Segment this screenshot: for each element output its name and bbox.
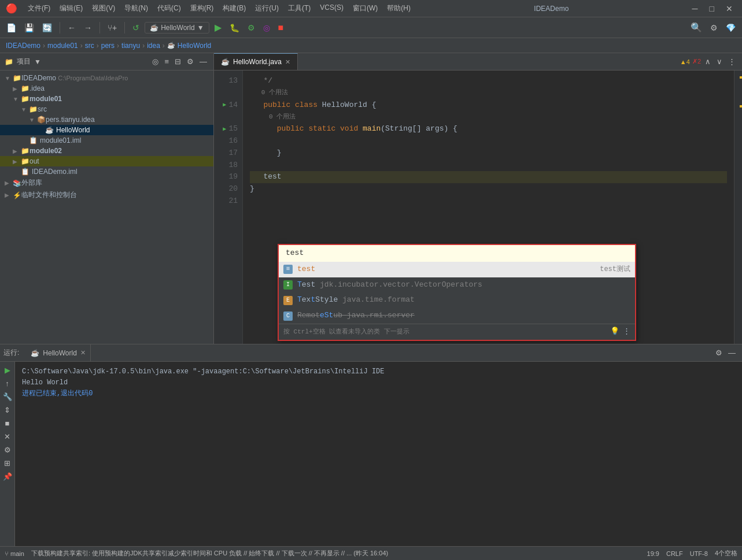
collapse-all-button[interactable]: ⊟ xyxy=(173,57,183,66)
libs-icon: 📚 xyxy=(13,179,21,187)
status-branch[interactable]: ⑂ main xyxy=(5,550,24,557)
tab-helloworld[interactable]: ☕ HelloWorld.java ✕ xyxy=(214,53,298,70)
tab-close-button[interactable]: ✕ xyxy=(285,58,290,66)
profile-button[interactable]: ◎ xyxy=(260,21,273,34)
tree-out[interactable]: ▶ 📁 out xyxy=(0,156,213,166)
menu-code[interactable]: 代码(C) xyxy=(154,2,184,14)
menu-file[interactable]: 文件(F) xyxy=(24,2,54,14)
more-button[interactable]: ⋮ xyxy=(726,57,737,66)
minimize-button[interactable]: ─ xyxy=(689,3,702,14)
status-indent[interactable]: 4个空格 xyxy=(715,549,737,558)
menu-refactor[interactable]: 重构(R) xyxy=(187,2,217,14)
breadcrumb-src[interactable]: src xyxy=(85,42,94,50)
file-tree: ▼ 📁 IDEADemo C:\ProgramData\IdeaPro ▶ 📁 … xyxy=(0,71,213,344)
debug-button[interactable]: 🐛 xyxy=(227,21,242,34)
stop-button[interactable]: ■ xyxy=(275,21,287,35)
ac-item-3[interactable]: C RemoteStub java.rmi.server xyxy=(279,308,635,324)
breadcrumb-idea[interactable]: idea xyxy=(147,42,160,50)
expand-all-button[interactable]: ≡ xyxy=(163,57,171,66)
tree-temp[interactable]: ▶ ⚡ 临时文件和控制台 xyxy=(0,189,213,201)
search-button[interactable]: 🔍 xyxy=(688,20,705,35)
ac-item-1[interactable]: I Test jdk.incubator.vector.VectorOperat… xyxy=(279,277,635,293)
hide-button[interactable]: — xyxy=(198,57,209,66)
breadcrumb-module01[interactable]: module01 xyxy=(47,42,78,50)
tree-idea[interactable]: ▶ 📁 .idea xyxy=(0,83,213,94)
back-button[interactable]: ← xyxy=(65,21,79,34)
status-position[interactable]: 19:9 xyxy=(647,550,659,557)
menu-build[interactable]: 构建(B) xyxy=(219,2,249,14)
ac-item-2[interactable]: E TextStyle java.time.format xyxy=(279,292,635,308)
bottom-hw-close[interactable]: ✕ xyxy=(80,349,86,357)
menu-edit[interactable]: 编辑(E) xyxy=(56,2,86,14)
bulb-icon[interactable]: 💡 xyxy=(610,326,619,338)
bottom-tabs-right: ⚙ — xyxy=(714,348,742,358)
run-button[interactable]: ▶ xyxy=(212,20,224,35)
code-area[interactable]: */ 0 个用法 public class HelloWorld { 0 个用法… xyxy=(243,71,734,344)
settings-button[interactable]: ⚙ xyxy=(707,21,721,34)
scroll-up-console-button[interactable]: ↑ xyxy=(3,379,11,388)
run-gutter-15[interactable]: ▶ xyxy=(223,125,226,134)
print-button[interactable]: ⇕ xyxy=(2,405,12,415)
breadcrumb-helloworld[interactable]: HelloWorld xyxy=(178,42,211,50)
menu-tools[interactable]: 工具(T) xyxy=(285,2,314,14)
breadcrumb-pers[interactable]: pers xyxy=(101,42,115,50)
run-again-button[interactable]: ▶ xyxy=(3,365,12,375)
vcs-button[interactable]: ⑂+ xyxy=(105,21,120,34)
close-console-button[interactable]: ✕ xyxy=(2,432,12,442)
locate-button[interactable]: ◎ xyxy=(150,57,160,66)
coverage-button[interactable]: ⚙ xyxy=(245,21,258,34)
tree-ideademo[interactable]: ▼ 📁 IDEADemo C:\ProgramData\IdeaPro xyxy=(0,73,213,83)
run-config-selector[interactable]: ☕ HelloWorld ▼ xyxy=(145,22,209,34)
breadcrumb-tianyu[interactable]: tianyu xyxy=(121,42,140,50)
menu-vcs[interactable]: VCS(S) xyxy=(316,2,347,14)
settings-button[interactable]: ⚙ xyxy=(185,57,195,66)
forward-button[interactable]: → xyxy=(81,21,95,34)
bottom-content-area: ▶ ↑ 🔧 ⇕ ■ ✕ ⚙ ⊞ 📌 C:\Software\Java\jdk-1… xyxy=(0,362,742,546)
bottom-settings-button[interactable]: ⚙ xyxy=(714,348,724,358)
editor-content[interactable]: 13 ▶ 14 ▶ 15 16 17 18 19 20 xyxy=(214,71,742,344)
editor-tabs-right: ▲4 ✗2 ∧ ∨ ⋮ xyxy=(680,57,742,66)
tree-arrow-libs: ▶ xyxy=(5,180,13,186)
bottom-hide-button[interactable]: — xyxy=(726,348,737,358)
breadcrumb-ideademo[interactable]: IDEADemo xyxy=(6,42,40,50)
tree-module01iml[interactable]: 📋 module01.iml xyxy=(0,135,213,146)
settings-console-button[interactable]: ⚙ xyxy=(2,445,13,455)
close-button[interactable]: ✕ xyxy=(722,3,736,14)
tree-package[interactable]: ▼ 📦 pers.tianyu.idea xyxy=(0,114,213,125)
undo-button[interactable]: ↺ xyxy=(130,21,142,34)
tree-module02[interactable]: ▶ 📁 module02 xyxy=(0,146,213,156)
tree-src[interactable]: ▼ 📁 src xyxy=(0,104,213,114)
tree-helloworld[interactable]: ☕ HelloWorld xyxy=(0,125,213,135)
menu-nav[interactable]: 导航(N) xyxy=(121,2,152,14)
pin-button[interactable]: 📌 xyxy=(1,472,14,481)
layers-button[interactable]: ⊞ xyxy=(2,458,12,468)
idea-icon[interactable]: 💎 xyxy=(723,21,739,34)
ac-item-0[interactable]: ≡ test test测试 xyxy=(279,262,635,277)
scroll-up-button[interactable]: ∧ xyxy=(703,57,713,66)
status-crlf[interactable]: CRLF xyxy=(666,550,683,557)
ac-more-icon[interactable]: ⋮ xyxy=(623,326,630,338)
stop-console-button[interactable]: ■ xyxy=(3,418,12,428)
tree-external-libs[interactable]: ▶ 📚 外部库 xyxy=(0,177,213,189)
menu-run[interactable]: 运行(U) xyxy=(252,2,282,14)
save-button[interactable]: 💾 xyxy=(21,21,37,34)
linenum-usage2 xyxy=(214,111,242,123)
editor-scrollbar[interactable] xyxy=(734,71,742,344)
scroll-down-button[interactable]: ∨ xyxy=(715,57,724,66)
tree-ideademo-iml[interactable]: 📋 IDEADemo.iml xyxy=(0,166,213,177)
tree-module01[interactable]: ▼ 📁 module01 xyxy=(0,94,213,104)
menu-window[interactable]: 窗口(W) xyxy=(349,2,381,14)
menu-help[interactable]: 帮助(H) xyxy=(383,2,414,14)
maximize-button[interactable]: □ xyxy=(706,3,718,14)
ac-label-3: RemoteStub java.rmi.server xyxy=(297,310,630,322)
new-file-button[interactable]: 📄 xyxy=(3,21,19,34)
code-line-17: } xyxy=(250,147,727,160)
run-gutter-14[interactable]: ▶ xyxy=(223,101,226,110)
sync-button[interactable]: 🔄 xyxy=(39,21,55,34)
status-encoding[interactable]: UTF-8 xyxy=(690,550,708,557)
menu-view[interactable]: 视图(V) xyxy=(88,2,119,14)
wrench-button[interactable]: 🔧 xyxy=(1,392,14,402)
bottom-helloworld-tab[interactable]: ☕ HelloWorld ✕ xyxy=(26,344,90,361)
linenum-17: 17 xyxy=(214,147,242,160)
ac-footer-icons: 💡 ⋮ xyxy=(610,326,630,338)
